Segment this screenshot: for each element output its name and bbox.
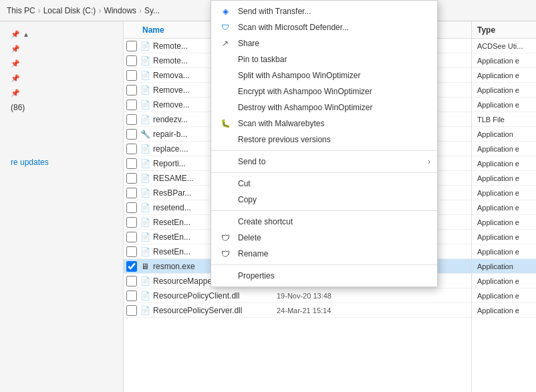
share-icon: ↗ [219, 37, 231, 49]
context-menu-item[interactable]: Encrypt with Ashampoo WinOptimizer [211, 83, 437, 100]
file-icon: 📄 [140, 276, 150, 286]
delete-shield-icon: 🛡 [219, 232, 231, 244]
context-menu-item-label: Split with Ashampoo WinOptimizer [238, 71, 360, 80]
sidebar-pin-row-2: 📌 [3, 41, 120, 56]
type-cell: TLB File [472, 112, 536, 127]
type-cell: Application e [472, 68, 536, 83]
context-menu-item[interactable]: Copy [211, 192, 437, 208]
type-col-header: Type [472, 21, 536, 39]
context-menu-item[interactable]: Pin to taskbar [211, 51, 437, 67]
context-menu-item[interactable]: Send to› [211, 154, 437, 170]
row-checkbox[interactable] [126, 158, 137, 169]
type-cell: Application e [472, 83, 536, 97]
file-icon: 📄 [140, 100, 150, 110]
type-cell: Application e [472, 142, 536, 156]
type-cell: Application [472, 127, 536, 142]
counter-label: (86) [11, 103, 25, 112]
file-date: 24-Mar-21 15:14 [277, 307, 364, 315]
row-checkbox[interactable] [126, 261, 137, 272]
file-icon: 📄 [140, 246, 150, 257]
table-row[interactable]: 📄 ResourcePolicyServer.dll 24-Mar-21 15:… [124, 303, 471, 318]
sidebar-pin-row-5: 📌 [3, 85, 120, 100]
file-icon: 📄 [140, 173, 150, 184]
breadcrumb-localdisk[interactable]: Local Disk (C:) [43, 6, 96, 15]
sidebar-pin-row-1: 📌 ▲ [3, 27, 120, 41]
row-checkbox[interactable] [126, 144, 137, 154]
row-checkbox[interactable] [126, 188, 137, 198]
update-label: re updates [11, 158, 49, 167]
context-menu-item[interactable]: 🛡Scan with Microsoft Defender... [211, 19, 437, 35]
file-icon: 🖥 [140, 261, 150, 272]
row-checkbox[interactable] [126, 70, 137, 81]
file-icon: 📄 [140, 114, 150, 125]
type-cell: Application e [472, 303, 536, 318]
context-menu-item-label: Copy [238, 195, 257, 204]
context-menu-item-label: Restore previous versions [238, 135, 331, 144]
file-icon: 📄 [140, 55, 150, 66]
row-checkbox[interactable] [126, 276, 137, 286]
file-date: 19-Nov-20 13:48 [277, 292, 364, 300]
breadcrumb-sy[interactable]: Sy... [144, 6, 160, 15]
type-cell: Application [472, 259, 536, 274]
file-icon: 📄 [140, 232, 150, 242]
context-menu-item[interactable]: Split with Ashampoo WinOptimizer [211, 67, 437, 83]
context-menu-item-label: Scan with Malwarebytes [238, 119, 324, 128]
type-cell: Application e [472, 230, 536, 244]
file-icon: 📄 [140, 217, 150, 228]
row-checkbox[interactable] [126, 246, 137, 257]
row-checkbox[interactable] [126, 305, 137, 316]
sidebar-pin-row-3: 📌 [3, 56, 120, 71]
context-menu-item-label: Share [238, 39, 259, 48]
rename-shield-icon: 🛡 [219, 248, 231, 260]
row-checkbox[interactable] [126, 41, 137, 51]
breadcrumb-windows[interactable]: Windows [104, 6, 136, 15]
type-cell: Application e [472, 156, 536, 171]
context-menu-item[interactable]: Restore previous versions [211, 132, 437, 148]
context-menu-item-label: Create shortcut [238, 217, 293, 226]
defender-icon: 🛡 [219, 21, 231, 33]
sidebar-counter: (86) [3, 100, 120, 115]
sidebar-expand-1: ▲ [23, 31, 29, 38]
context-menu-item[interactable]: ↗Share [211, 35, 437, 51]
context-menu-item[interactable]: ◈Send with Transfer... [211, 3, 437, 19]
context-menu-item-label: Destroy with Ashampoo WinOptimizer [238, 103, 372, 112]
context-menu-separator [211, 264, 437, 265]
dropbox-icon: ◈ [219, 5, 231, 17]
type-cell: Application e [472, 288, 536, 303]
context-menu-item[interactable]: 🛡Rename [211, 246, 437, 262]
table-row[interactable]: 📄 ResourcePolicyClient.dll 19-Nov-20 13:… [124, 288, 471, 303]
row-checkbox[interactable] [126, 55, 137, 66]
row-checkbox[interactable] [126, 129, 137, 140]
row-checkbox[interactable] [126, 114, 137, 125]
row-checkbox[interactable] [126, 173, 137, 184]
context-menu-item[interactable]: Cut [211, 176, 437, 192]
context-menu: ◈Send with Transfer...🛡Scan with Microso… [211, 0, 438, 287]
breadcrumb-thispc[interactable]: This PC [7, 6, 35, 15]
row-checkbox[interactable] [126, 202, 137, 213]
type-cell: Application e [472, 186, 536, 200]
file-icon: 📄 [140, 290, 150, 301]
row-checkbox[interactable] [126, 290, 137, 301]
type-column: Type ACDSee Uti...Application eApplicati… [471, 21, 536, 392]
row-checkbox[interactable] [126, 85, 137, 95]
row-checkbox[interactable] [126, 100, 137, 110]
file-icon: 📄 [140, 158, 150, 169]
sidebar-pin-row-4: 📌 [3, 71, 120, 85]
sidebar-updates[interactable]: re updates [3, 155, 120, 170]
malwarebytes-icon: 🐛 [219, 118, 231, 130]
context-menu-item[interactable]: Properties [211, 268, 437, 284]
file-name: ResourcePolicyServer.dll [153, 306, 277, 315]
context-menu-item[interactable]: 🐛Scan with Malwarebytes [211, 116, 437, 132]
context-menu-item-label: Send to [238, 157, 265, 166]
pin-icon-1: 📌 [11, 30, 20, 39]
type-cells-container: ACDSee Uti...Application eApplication eA… [472, 39, 536, 318]
row-checkbox[interactable] [126, 217, 137, 228]
type-cell: Application e [472, 244, 536, 259]
type-cell: Application e [472, 200, 536, 215]
row-checkbox[interactable] [126, 232, 137, 242]
submenu-arrow-icon: › [428, 157, 430, 166]
context-menu-separator [211, 150, 437, 151]
context-menu-item[interactable]: Create shortcut [211, 214, 437, 230]
context-menu-item[interactable]: 🛡Delete [211, 230, 437, 246]
context-menu-item[interactable]: Destroy with Ashampoo WinOptimizer [211, 100, 437, 116]
